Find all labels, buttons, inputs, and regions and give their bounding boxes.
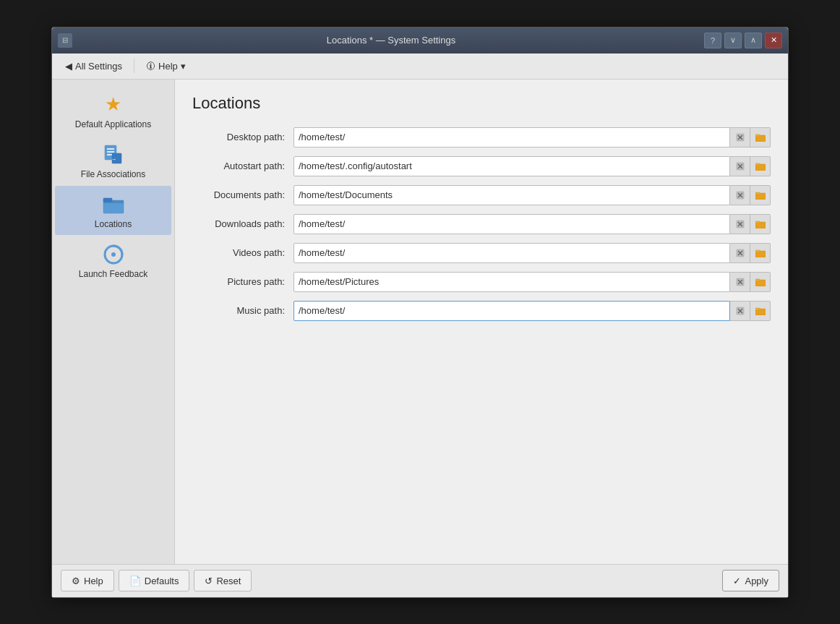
reset-icon: ↺ xyxy=(205,576,213,586)
input-downloads[interactable] xyxy=(293,214,730,234)
svg-point-10 xyxy=(111,252,116,257)
minimize-button[interactable]: ∧ xyxy=(745,33,762,48)
svg-rect-35 xyxy=(755,250,760,252)
input-group-videos xyxy=(293,243,771,263)
input-group-autostart xyxy=(293,156,771,176)
svg-rect-15 xyxy=(755,134,760,137)
clear-button-documents[interactable] xyxy=(730,185,750,205)
launch-feedback-label: Launch Feedback xyxy=(79,269,147,279)
defaults-icon: 📄 xyxy=(129,576,141,586)
close-button[interactable]: ✕ xyxy=(765,33,782,48)
form-row-music: Music path: xyxy=(192,301,771,321)
label-downloads: Downloads path: xyxy=(192,218,293,229)
reset-label: Reset xyxy=(216,576,241,586)
label-videos: Videos path: xyxy=(192,247,293,258)
clear-button-videos[interactable] xyxy=(730,243,750,263)
sidebar: ★ Default Applications → File Associa xyxy=(52,80,175,564)
input-group-desktop xyxy=(293,127,771,148)
apply-button[interactable]: ✓ Apply xyxy=(722,570,779,591)
browse-button-autostart[interactable] xyxy=(750,156,771,176)
star-icon: ★ xyxy=(105,93,121,116)
back-icon: ◀ xyxy=(65,61,72,72)
clear-button-autostart[interactable] xyxy=(730,156,750,176)
apply-label: Apply xyxy=(745,576,768,586)
sidebar-item-launch-feedback[interactable]: Launch Feedback xyxy=(55,236,171,285)
browse-button-documents[interactable] xyxy=(750,185,771,205)
help-icon: 🛈 xyxy=(146,61,155,72)
svg-rect-30 xyxy=(755,221,760,223)
browse-button-videos[interactable] xyxy=(750,243,771,263)
default-applications-icon: ★ xyxy=(102,93,125,116)
input-videos[interactable] xyxy=(293,243,730,263)
clear-button-downloads[interactable] xyxy=(730,214,750,234)
locations-form: Desktop path:Autostart path:Documents pa… xyxy=(192,127,771,321)
clear-button-music[interactable] xyxy=(730,301,750,321)
main-window: ⊟ Locations * — System Settings ? ∨ ∧ ✕ … xyxy=(51,27,789,598)
svg-rect-1 xyxy=(107,148,114,150)
svg-text:→: → xyxy=(110,155,116,163)
input-group-documents xyxy=(293,185,771,205)
help-label: Help xyxy=(158,61,178,72)
help-toolbar-button[interactable]: 🛈 Help ▾ xyxy=(140,58,192,74)
form-row-desktop: Desktop path: xyxy=(192,127,771,148)
launch-feedback-icon xyxy=(102,243,125,266)
label-desktop: Desktop path: xyxy=(192,132,293,142)
sidebar-item-locations[interactable]: Locations xyxy=(55,186,171,235)
input-autostart[interactable] xyxy=(293,156,730,176)
defaults-label: Defaults xyxy=(145,576,179,586)
file-associations-icon: → xyxy=(102,143,125,166)
toolbar: ◀ All Settings 🛈 Help ▾ xyxy=(52,54,788,80)
clear-button-desktop[interactable] xyxy=(730,127,750,148)
input-group-downloads xyxy=(293,214,771,234)
main-body: ★ Default Applications → File Associa xyxy=(52,80,788,564)
footer: ⚙ Help 📄 Defaults ↺ Reset ✓ Apply xyxy=(52,564,788,597)
form-row-documents: Documents path: xyxy=(192,185,771,205)
titlebar: ⊟ Locations * — System Settings ? ∨ ∧ ✕ xyxy=(52,27,788,54)
svg-rect-25 xyxy=(755,192,760,195)
browse-button-desktop[interactable] xyxy=(750,127,771,148)
input-group-music xyxy=(293,301,771,321)
help-footer-label: Help xyxy=(84,576,103,586)
page-title: Locations xyxy=(192,94,771,113)
collapse-button[interactable]: ∨ xyxy=(724,33,742,48)
svg-rect-20 xyxy=(755,163,760,166)
all-settings-label: All Settings xyxy=(75,61,122,72)
locations-label: Locations xyxy=(95,219,132,229)
svg-rect-45 xyxy=(755,308,760,310)
back-button[interactable]: ◀ All Settings xyxy=(59,58,128,74)
app-icon: ⊟ xyxy=(58,33,72,48)
label-documents: Documents path: xyxy=(192,189,293,200)
label-autostart: Autostart path: xyxy=(192,161,293,171)
input-group-pictures xyxy=(293,272,771,292)
clear-button-pictures[interactable] xyxy=(730,272,750,292)
input-music[interactable] xyxy=(293,301,730,321)
help-button[interactable]: ? xyxy=(704,33,721,48)
sidebar-item-file-associations[interactable]: → File Associations xyxy=(55,136,171,185)
help-footer-icon: ⚙ xyxy=(72,576,80,586)
locations-icon xyxy=(102,193,125,216)
file-associations-label: File Associations xyxy=(81,169,145,179)
form-row-downloads: Downloads path: xyxy=(192,214,771,234)
content-area: Locations Desktop path:Autostart path:Do… xyxy=(175,80,788,564)
apply-checkmark-icon: ✓ xyxy=(733,576,741,586)
input-documents[interactable] xyxy=(293,185,730,205)
window-title: Locations * — System Settings xyxy=(78,35,704,46)
help-dropdown-icon: ▾ xyxy=(181,61,186,72)
form-row-videos: Videos path: xyxy=(192,243,771,263)
form-row-autostart: Autostart path: xyxy=(192,156,771,176)
default-applications-label: Default Applications xyxy=(75,119,151,129)
defaults-button[interactable]: 📄 Defaults xyxy=(119,570,190,591)
input-pictures[interactable] xyxy=(293,272,730,292)
label-pictures: Pictures path: xyxy=(192,276,293,287)
browse-button-pictures[interactable] xyxy=(750,272,771,292)
browse-button-downloads[interactable] xyxy=(750,214,771,234)
browse-button-music[interactable] xyxy=(750,301,771,321)
input-desktop[interactable] xyxy=(293,127,730,148)
svg-rect-2 xyxy=(107,151,114,153)
window-controls: ? ∨ ∧ ✕ xyxy=(704,33,782,48)
help-footer-button[interactable]: ⚙ Help xyxy=(61,570,114,591)
reset-button[interactable]: ↺ Reset xyxy=(194,570,252,591)
sidebar-item-default-applications[interactable]: ★ Default Applications xyxy=(55,86,171,135)
toolbar-separator xyxy=(134,59,134,73)
svg-rect-8 xyxy=(103,198,112,202)
